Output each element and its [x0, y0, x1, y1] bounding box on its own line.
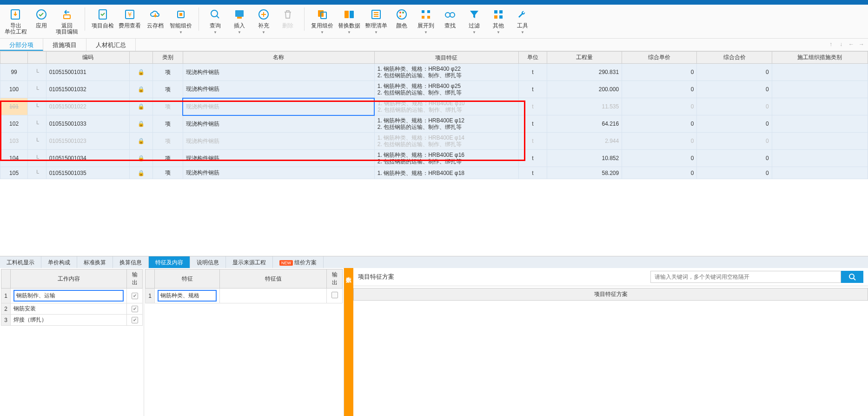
total-cell[interactable]: 0	[697, 150, 772, 167]
feature-output-checkbox[interactable]	[331, 292, 338, 298]
work-label[interactable]: 钢筋制作、运输	[11, 289, 127, 303]
tab-material-display[interactable]: 工料机显示	[0, 256, 41, 268]
name-cell[interactable]: 现浇构件钢筋	[183, 81, 374, 98]
price-cell[interactable]: 0	[622, 150, 697, 167]
nav-right-icon[interactable]: →	[857, 40, 866, 48]
table-row[interactable]: 103└010515001023🔒项现浇构件钢筋1. 钢筋种类、规格：HRB40…	[0, 133, 868, 150]
unit-cell[interactable]: t	[518, 64, 547, 81]
search-input[interactable]	[650, 271, 841, 283]
cloud-archive-btn[interactable]: 云存档	[146, 7, 165, 29]
table-row[interactable]: 102└010515001033🔒项现浇构件钢筋1. 钢筋种类、规格：HRB40…	[0, 115, 868, 133]
org-cell[interactable]	[772, 98, 868, 115]
output-checkbox[interactable]	[132, 306, 138, 312]
feature-cell[interactable]: 1. 钢筋种类、规格：HRB400 φ25 2. 包括钢筋的运输、制作、绑扎等	[374, 81, 518, 98]
self-check-btn[interactable]: 项目自检	[92, 7, 114, 29]
tab-description[interactable]: 说明信息	[190, 256, 226, 268]
price-cell[interactable]: 0	[622, 64, 697, 81]
org-cell[interactable]	[772, 133, 868, 150]
total-cell[interactable]: 0	[697, 64, 772, 81]
code-cell[interactable]: 010515001034	[46, 150, 129, 167]
table-row[interactable]: 104└010515001034🔒项现浇构件钢筋1. 钢筋种类、规格：HRB40…	[0, 150, 868, 167]
qty-cell[interactable]: 10.852	[547, 150, 622, 167]
code-cell[interactable]: 010515001022	[46, 98, 129, 115]
unit-cell[interactable]: t	[518, 115, 547, 133]
unit-cell[interactable]: t	[518, 150, 547, 167]
category-cell[interactable]: 项	[153, 98, 183, 115]
delete-btn[interactable]: 删除	[278, 7, 298, 29]
code-cell[interactable]: 010515001023	[46, 133, 129, 150]
tab-group-scheme[interactable]: NEW组价方案	[273, 256, 324, 268]
nav-down-icon[interactable]: ↓	[837, 40, 845, 48]
tab-measure[interactable]: 措施项目	[43, 39, 86, 51]
replace-data-btn[interactable]: 替换数据 ▼	[338, 7, 360, 34]
total-cell[interactable]: 0	[697, 115, 772, 133]
name-cell[interactable]: 现浇构件钢筋	[183, 115, 374, 133]
work-row[interactable]: 3焊接（绑扎）	[1, 315, 143, 326]
name-cell[interactable]: 现浇构件钢筋	[183, 64, 374, 81]
code-cell[interactable]: 010515001033	[46, 115, 129, 133]
category-cell[interactable]: 项	[153, 150, 183, 167]
unit-cell[interactable]: t	[518, 167, 547, 179]
qty-cell[interactable]: 58.209	[547, 167, 622, 179]
work-label-input[interactable]: 钢筋制作、运输	[13, 290, 124, 302]
tab-source-project[interactable]: 显示来源工程	[226, 256, 273, 268]
code-cell[interactable]: 010515001035	[46, 167, 129, 179]
organize-list-btn[interactable]: 整理清单 ▼	[365, 7, 387, 34]
category-cell[interactable]: 项	[153, 133, 183, 150]
qty-cell[interactable]: 11.535	[547, 98, 622, 115]
expand-to-btn[interactable]: 展开到 ▼	[416, 7, 436, 34]
tab-price-compose[interactable]: 单价构成	[41, 256, 77, 268]
qty-cell[interactable]: 200.000	[547, 81, 622, 98]
color-btn[interactable]: 颜色	[392, 7, 411, 29]
export-unit-btn[interactable]: 导出 单位工程	[5, 7, 27, 35]
category-cell[interactable]: 项	[153, 64, 183, 81]
nav-up-icon[interactable]: ↑	[827, 40, 835, 48]
output-checkbox[interactable]	[132, 293, 138, 299]
total-cell[interactable]: 0	[697, 167, 772, 179]
personal-data-vtab[interactable]: 个人数据	[344, 268, 353, 416]
org-cell[interactable]	[772, 64, 868, 81]
name-cell[interactable]: 现浇构件钢筋	[183, 133, 374, 150]
smart-group-btn[interactable]: 智能组价 ▼	[170, 7, 192, 34]
feature-row[interactable]: 1钢筋种类、规格	[146, 289, 343, 303]
category-cell[interactable]: 项	[153, 115, 183, 133]
tab-feature-content[interactable]: 特征及内容	[149, 256, 190, 268]
tree-toggle[interactable]: └	[28, 64, 46, 81]
qty-cell[interactable]: 64.216	[547, 115, 622, 133]
qty-cell[interactable]: 2.944	[547, 133, 622, 150]
tree-toggle[interactable]: └	[28, 133, 46, 150]
insert-btn[interactable]: 插入 ▼	[230, 7, 249, 34]
fee-view-btn[interactable]: ￥ 费用查看	[119, 7, 141, 29]
output-checkbox[interactable]	[132, 317, 138, 323]
nav-left-icon[interactable]: ←	[847, 40, 855, 48]
apply-btn[interactable]: 应用	[32, 7, 51, 29]
org-cell[interactable]	[772, 115, 868, 133]
feature-cell[interactable]: 1. 钢筋种类、规格：HRB400E φ18	[374, 167, 518, 179]
unit-cell[interactable]: t	[518, 98, 547, 115]
table-row[interactable]: 105└010515001035🔒项现浇构件钢筋1. 钢筋种类、规格：HRB40…	[0, 167, 868, 179]
feature-cell[interactable]: 1. 钢筋种类、规格：HRB400E φ12 2. 包括钢筋的运输、制作、绑扎等	[374, 115, 518, 133]
work-label[interactable]: 钢筋安装	[11, 303, 127, 315]
tree-toggle[interactable]: └	[28, 115, 46, 133]
tree-toggle[interactable]: └	[28, 98, 46, 115]
unit-cell[interactable]: t	[518, 81, 547, 98]
search-button[interactable]	[841, 271, 863, 283]
qty-cell[interactable]: 290.831	[547, 64, 622, 81]
tree-toggle[interactable]: └	[28, 167, 46, 179]
price-cell[interactable]: 0	[622, 81, 697, 98]
total-cell[interactable]: 0	[697, 98, 772, 115]
tab-subsection[interactable]: 分部分项	[0, 39, 43, 51]
org-cell[interactable]	[772, 167, 868, 179]
tab-material-summary[interactable]: 人材机汇总	[86, 39, 136, 51]
feature-cell[interactable]: 1. 钢筋种类、规格：HRB400E φ10 2. 包括钢筋的运输、制作、绑扎等	[374, 98, 518, 115]
total-cell[interactable]: 0	[697, 81, 772, 98]
work-row[interactable]: 1钢筋制作、运输	[1, 289, 143, 303]
work-label[interactable]: 焊接（绑扎）	[11, 315, 127, 326]
feature-cell[interactable]: 1. 钢筋种类、规格：HRB400E φ14 2. 包括钢筋的运输、制作、绑扎等	[374, 133, 518, 150]
unit-cell[interactable]: t	[518, 133, 547, 150]
category-cell[interactable]: 项	[153, 81, 183, 98]
price-cell[interactable]: 0	[622, 133, 697, 150]
tab-convert-info[interactable]: 换算信息	[113, 256, 149, 268]
name-cell[interactable]: 现浇构件钢筋	[183, 98, 374, 115]
code-cell[interactable]: 010515001032	[46, 81, 129, 98]
